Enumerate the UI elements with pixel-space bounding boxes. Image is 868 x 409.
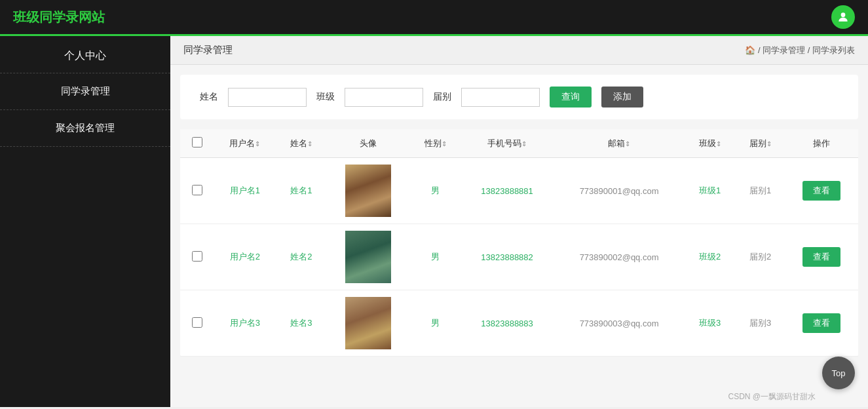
sort-icon-class: ⇕ xyxy=(716,140,721,147)
sort-icon-gender: ⇕ xyxy=(442,140,447,147)
main-content: 同学录管理 🏠 / 同学录管理 / 同学录列表 姓名 班级 届别 查询 添加 xyxy=(170,36,868,407)
sidebar-section-title: 个人中心 xyxy=(0,36,170,73)
cell-username-0[interactable]: 用户名1 xyxy=(214,158,276,224)
class-input[interactable] xyxy=(345,88,423,107)
th-avatar: 头像 xyxy=(326,129,410,158)
query-button[interactable]: 查询 xyxy=(550,87,592,107)
class-label: 班级 xyxy=(316,91,335,103)
cell-cohort-0: 届别1 xyxy=(735,158,785,224)
cohort-input[interactable] xyxy=(461,88,540,107)
cell-name-0[interactable]: 姓名1 xyxy=(276,158,327,224)
cell-phone-2: 13823888883 xyxy=(461,290,554,357)
th-username: 用户名⇕ xyxy=(214,129,276,158)
cell-phone-1: 13823888882 xyxy=(461,224,554,290)
cell-class-0: 班级1 xyxy=(685,158,735,224)
row-checkbox-2[interactable] xyxy=(192,317,202,328)
cell-action-2: 查看 xyxy=(785,290,858,357)
filter-bar: 姓名 班级 届别 查询 添加 xyxy=(180,75,858,119)
home-icon: 🏠 xyxy=(745,45,755,55)
th-gender: 性别⇕ xyxy=(410,129,461,158)
cell-email-0: 773890001@qq.com xyxy=(554,158,685,224)
page-title: 同学录管理 xyxy=(183,44,233,56)
cell-name-1[interactable]: 姓名2 xyxy=(276,224,327,290)
add-button[interactable]: 添加 xyxy=(601,87,643,107)
user-avatar[interactable] xyxy=(831,5,855,29)
th-class: 班级⇕ xyxy=(685,129,735,158)
cell-email-2: 773890003@qq.com xyxy=(554,290,685,357)
cell-username-1[interactable]: 用户名2 xyxy=(214,224,276,290)
sort-icon-username: ⇕ xyxy=(255,140,260,147)
table-row: 用户名3 姓名3 男 13823888883 773890003@qq.com … xyxy=(180,290,858,357)
th-phone: 手机号码⇕ xyxy=(461,129,554,158)
cell-class-1: 班级2 xyxy=(685,224,735,290)
row-checkbox-1[interactable] xyxy=(192,251,202,262)
view-button-1[interactable]: 查看 xyxy=(802,247,840,267)
breadcrumb-separator-2: / xyxy=(808,45,812,55)
cell-class-2: 班级3 xyxy=(685,290,735,357)
th-email: 邮箱⇕ xyxy=(554,129,685,158)
cell-name-2[interactable]: 姓名3 xyxy=(276,290,327,357)
cell-avatar-0 xyxy=(326,158,410,224)
table-row: 用户名2 姓名2 男 13823888882 773890002@qq.com … xyxy=(180,224,858,290)
cell-gender-2: 男 xyxy=(410,290,461,357)
breadcrumb-part-2: 同学录列表 xyxy=(812,45,855,55)
sort-icon-phone: ⇕ xyxy=(521,140,527,147)
view-button-0[interactable]: 查看 xyxy=(802,181,840,201)
header: 班级同学录网站 xyxy=(0,0,868,36)
table-header-row: 用户名⇕ 姓名⇕ 头像 性别⇕ 手机号码⇕ 邮箱⇕ 班级⇕ 届别⇕ 操作 xyxy=(180,129,858,158)
data-table-container: 用户名⇕ 姓名⇕ 头像 性别⇕ 手机号码⇕ 邮箱⇕ 班级⇕ 届别⇕ 操作 用户名… xyxy=(180,129,858,357)
name-input[interactable] xyxy=(228,88,307,107)
sort-icon-cohort: ⇕ xyxy=(766,140,772,147)
cell-checkbox-1 xyxy=(180,224,214,290)
layout: 个人中心 同学录管理 聚会报名管理 同学录管理 🏠 / 同学录管理 / 同学录列… xyxy=(0,36,868,407)
name-label: 姓名 xyxy=(200,91,218,103)
sidebar-item-tongxuelu[interactable]: 同学录管理 xyxy=(0,73,170,110)
cell-email-1: 773890002@qq.com xyxy=(554,224,685,290)
sidebar: 个人中心 同学录管理 聚会报名管理 xyxy=(0,36,170,407)
sort-icon-name: ⇕ xyxy=(307,140,312,147)
breadcrumb-part-1: 同学录管理 xyxy=(763,45,805,55)
cell-cohort-2: 届别3 xyxy=(735,290,785,357)
cell-gender-1: 男 xyxy=(410,224,461,290)
cell-username-2[interactable]: 用户名3 xyxy=(214,290,276,357)
th-cohort: 届别⇕ xyxy=(735,129,785,158)
cell-phone-0: 13823888881 xyxy=(461,158,554,224)
row-checkbox-0[interactable] xyxy=(192,185,202,195)
cell-cohort-1: 届别2 xyxy=(735,224,785,290)
cell-checkbox-2 xyxy=(180,290,214,357)
back-to-top-button[interactable]: Top xyxy=(822,357,855,389)
cell-checkbox-0 xyxy=(180,158,214,224)
watermark: CSDN @一飘源码甘甜水 xyxy=(728,391,816,402)
svg-point-0 xyxy=(841,12,846,17)
site-title: 班级同学录网站 xyxy=(13,9,105,26)
cohort-label: 届别 xyxy=(433,91,451,103)
sort-icon-email: ⇕ xyxy=(625,140,630,147)
breadcrumb: 🏠 / 同学录管理 / 同学录列表 xyxy=(745,45,855,56)
cell-avatar-1 xyxy=(326,224,410,290)
cell-action-1: 查看 xyxy=(785,224,858,290)
th-name: 姓名⇕ xyxy=(276,129,327,158)
view-button-2[interactable]: 查看 xyxy=(802,313,840,333)
th-action: 操作 xyxy=(785,129,858,158)
data-table: 用户名⇕ 姓名⇕ 头像 性别⇕ 手机号码⇕ 邮箱⇕ 班级⇕ 届别⇕ 操作 用户名… xyxy=(180,129,858,357)
cell-avatar-2 xyxy=(326,290,410,357)
sidebar-item-juhui[interactable]: 聚会报名管理 xyxy=(0,110,170,147)
th-checkbox xyxy=(180,129,214,158)
select-all-checkbox[interactable] xyxy=(192,137,202,147)
cell-action-0: 查看 xyxy=(785,158,858,224)
table-row: 用户名1 姓名1 男 13823888881 773890001@qq.com … xyxy=(180,158,858,224)
page-header: 同学录管理 🏠 / 同学录管理 / 同学录列表 xyxy=(170,36,868,65)
cell-gender-0: 男 xyxy=(410,158,461,224)
